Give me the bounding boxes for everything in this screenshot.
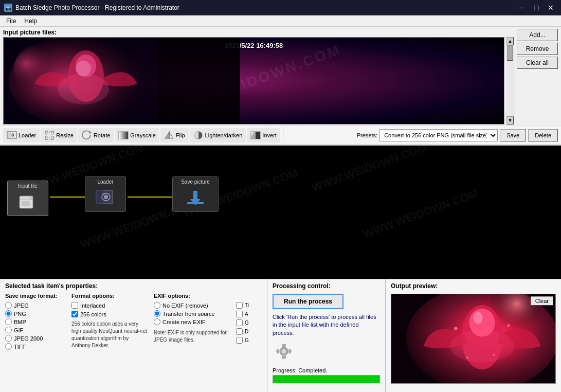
output-svg bbox=[391, 294, 555, 383]
radio-create-exif[interactable]: Create new EXIF bbox=[154, 318, 231, 325]
grayscale-icon bbox=[118, 130, 129, 140]
output-panel: Output preview: bbox=[386, 279, 561, 392]
presets-select[interactable]: Convert to 256 color PNG (small file siz… bbox=[379, 129, 498, 141]
checkbox-interlaced[interactable]: Interlaced bbox=[71, 302, 149, 309]
format-options-desc: 256 colors option uses a very high quali… bbox=[71, 320, 149, 349]
svg-point-48 bbox=[474, 312, 483, 324]
input-section-label: Input picture files: bbox=[3, 29, 515, 36]
exif-options-group: No EXIF (remove) Transfer from source Cr… bbox=[154, 302, 231, 325]
title-bar: 📷 Batch Sledge Photo Processor - Registe… bbox=[0, 0, 561, 15]
radio-jpeg[interactable]: JPEG bbox=[5, 302, 66, 309]
menu-file[interactable]: File bbox=[2, 16, 20, 26]
run-process-button[interactable]: Run the process bbox=[273, 294, 343, 309]
svg-point-49 bbox=[450, 330, 514, 363]
input-scrollbar[interactable]: ▲ ▼ bbox=[506, 37, 515, 124]
loader-icon bbox=[7, 130, 17, 140]
tool-loader[interactable]: Loader bbox=[3, 128, 40, 142]
lighten-darken-icon bbox=[193, 130, 204, 140]
app-title: Batch Sledge Photo Processor - Registere… bbox=[15, 4, 179, 11]
flip-svg bbox=[164, 130, 174, 140]
delete-preset-button[interactable]: Delete bbox=[528, 129, 558, 141]
run-description: Click 'Run the process' to process all f… bbox=[273, 313, 380, 337]
checkbox-256colors[interactable]: 256 colors bbox=[71, 311, 149, 317]
exif-options-title: EXIF options: bbox=[154, 293, 231, 299]
scroll-thumb[interactable] bbox=[507, 45, 513, 61]
progress-label: Progress: Completed. bbox=[273, 367, 380, 373]
radio-bmp[interactable]: BMP bbox=[5, 318, 66, 325]
extra-cb-5[interactable]: G bbox=[236, 337, 262, 344]
maximize-button[interactable]: □ bbox=[530, 3, 542, 13]
extra-cb-2[interactable]: A bbox=[236, 311, 262, 317]
save-format-column: Save image format: JPEG PNG BMP bbox=[5, 293, 66, 350]
svg-rect-31 bbox=[193, 191, 197, 199]
node-save-title: Save picture bbox=[176, 179, 215, 185]
scroll-track bbox=[506, 45, 515, 116]
radio-gif[interactable]: GIF bbox=[5, 327, 66, 333]
loader-svg bbox=[7, 130, 17, 140]
scroll-down-btn[interactable]: ▼ bbox=[506, 116, 514, 124]
svg-marker-15 bbox=[169, 132, 173, 138]
radio-jpeg2000[interactable]: JPEG 2000 bbox=[5, 335, 66, 342]
node-save-picture[interactable]: Save picture bbox=[172, 176, 219, 212]
connector-lines bbox=[0, 146, 561, 279]
svg-point-52 bbox=[466, 357, 469, 359]
tool-grayscale[interactable]: Grayscale bbox=[115, 128, 159, 142]
tool-flip[interactable]: Flip bbox=[160, 128, 189, 142]
svg-point-5 bbox=[58, 74, 109, 104]
node-loader-title: Loader bbox=[88, 179, 122, 185]
radio-transfer-exif[interactable]: Transfer from source bbox=[154, 310, 231, 317]
svg-point-34 bbox=[282, 349, 286, 353]
flip-icon bbox=[164, 130, 174, 140]
processing-panel: Processing control: Run the process Clic… bbox=[267, 279, 386, 392]
extra-cb-4[interactable]: D bbox=[236, 328, 262, 335]
output-preview-image: Clear bbox=[391, 294, 556, 384]
radio-tiff[interactable]: TIFF bbox=[5, 343, 66, 350]
node-input-file[interactable]: Input file bbox=[7, 181, 48, 216]
extra-cb-1[interactable]: Ti bbox=[236, 302, 262, 309]
menu-help[interactable]: Help bbox=[20, 16, 41, 26]
format-options-column: Format options: Interlaced 256 colors 25… bbox=[71, 293, 149, 350]
input-files-area: WWW.WEIDOWN.COM 2021/5/22 16:49:58 bbox=[3, 37, 515, 124]
node-input-file-icon bbox=[16, 191, 39, 213]
properties-title: Selected task item's properties: bbox=[5, 282, 262, 290]
svg-point-50 bbox=[454, 327, 458, 330]
extra-cb-3[interactable]: G bbox=[236, 319, 262, 326]
svg-point-6 bbox=[76, 61, 91, 76]
toolbar-separator bbox=[283, 128, 283, 142]
radio-png[interactable]: PNG bbox=[5, 310, 66, 317]
file-thumbnail: WWW.WEIDOWN.COM 2021/5/22 16:49:58 bbox=[4, 38, 504, 124]
scroll-up-btn[interactable]: ▲ bbox=[506, 37, 514, 45]
invert-label: Invert bbox=[262, 132, 277, 138]
clear-button[interactable]: Clear bbox=[531, 296, 553, 306]
window-controls: ─ □ ✕ bbox=[516, 3, 557, 13]
tool-resize[interactable]: Resize bbox=[41, 128, 77, 142]
minimize-button[interactable]: ─ bbox=[516, 3, 528, 13]
invert-svg bbox=[250, 130, 261, 140]
progress-bar bbox=[273, 376, 379, 383]
extra-checkboxes: Ti A G D G bbox=[236, 293, 262, 350]
flip-label: Flip bbox=[176, 132, 185, 138]
tool-lighten-darken[interactable]: Lighten/darken bbox=[190, 128, 246, 142]
output-image-inner bbox=[391, 294, 555, 383]
canvas-watermark-bg: WWW.WEIDOWN.COM WWW.WEIDOWN.COM WWW.WEID… bbox=[0, 146, 561, 279]
radio-no-exif[interactable]: No EXIF (remove) bbox=[154, 302, 231, 309]
output-title: Output preview: bbox=[391, 282, 556, 290]
loader-label: Loader bbox=[19, 132, 36, 138]
remove-button[interactable]: Remove bbox=[517, 43, 558, 55]
clear-all-button[interactable]: Clear all bbox=[517, 57, 558, 69]
add-button[interactable]: Add... bbox=[517, 29, 558, 41]
input-buttons: Add... Remove Clear all bbox=[517, 29, 558, 124]
thumbnail-svg bbox=[4, 38, 240, 124]
input-files-list[interactable]: WWW.WEIDOWN.COM 2021/5/22 16:49:58 bbox=[3, 37, 504, 124]
canvas-area[interactable]: WWW.WEIDOWN.COM WWW.WEIDOWN.COM WWW.WEID… bbox=[0, 146, 561, 279]
grayscale-label: Grayscale bbox=[130, 132, 156, 138]
close-button[interactable]: ✕ bbox=[545, 3, 557, 13]
save-preset-button[interactable]: Save bbox=[500, 129, 526, 141]
exif-note: Note: EXIF is only supported for JPEG im… bbox=[154, 329, 231, 344]
svg-rect-25 bbox=[22, 201, 30, 206]
processing-title: Processing control: bbox=[273, 282, 380, 290]
tool-invert[interactable]: Invert bbox=[247, 128, 280, 142]
lighten-darken-label: Lighten/darken bbox=[205, 132, 243, 138]
tool-rotate[interactable]: Rotate bbox=[78, 128, 114, 142]
node-loader[interactable]: Loader bbox=[85, 176, 126, 212]
